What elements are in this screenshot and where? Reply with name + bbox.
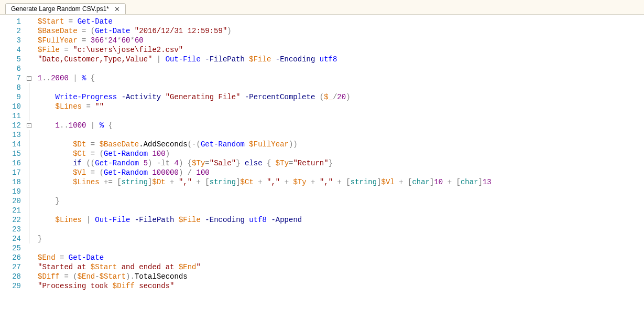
variable: $File	[38, 46, 60, 54]
fold-cell	[25, 177, 32, 187]
fold-cell	[25, 140, 32, 149]
code-line: 1..2000 | % {	[38, 73, 644, 83]
token: =	[86, 140, 99, 149]
cmdlet: Write-Progress	[56, 93, 117, 101]
parameter: -FilePath	[205, 55, 245, 64]
code-line: "Date,Customer,Type,Value" | Out-File -F…	[38, 55, 644, 64]
fold-line	[29, 149, 29, 158]
variable: $Dt	[152, 178, 165, 186]
fold-cell	[25, 253, 32, 262]
token: = (	[86, 168, 104, 177]
fold-cell	[25, 102, 32, 111]
token: *	[117, 36, 121, 45]
fold-toggle-icon[interactable]: -	[27, 123, 31, 128]
fold-line	[29, 215, 29, 225]
token: }	[56, 197, 60, 205]
cmdlet: Get-Date	[78, 17, 113, 26]
code-line	[38, 111, 644, 121]
token: -	[95, 272, 99, 281]
type: string	[122, 178, 148, 186]
fold-column: --	[25, 15, 32, 328]
token	[315, 55, 319, 64]
number: 2000	[51, 74, 69, 82]
fold-cell	[25, 206, 32, 215]
variable: $_	[324, 93, 333, 101]
number: 10	[434, 178, 443, 186]
token: {	[104, 121, 113, 130]
number: 20	[337, 93, 346, 101]
number: 100000	[152, 168, 178, 177]
token: )	[148, 159, 157, 167]
token: = (	[78, 27, 95, 35]
fold-cell	[25, 83, 32, 92]
variable: $BaseDate	[38, 27, 78, 35]
code-line: 1..1000 | % {	[38, 121, 644, 130]
line-number: 24	[0, 234, 21, 244]
number: 100	[197, 168, 210, 177]
token: |	[152, 55, 165, 64]
variable: $Ct	[241, 178, 254, 186]
code-area[interactable]: $Start = Get-Date$BaseDate = (Get-Date "…	[32, 15, 644, 328]
token: }	[236, 159, 245, 167]
line-number: 19	[0, 187, 21, 196]
code-line: $File = "c:\users\jose\file2.csv"	[38, 45, 644, 55]
code-line: $Vl = (Get-Random 100000) / 100	[38, 168, 644, 177]
parameter: -Append	[271, 216, 302, 224]
code-editor[interactable]: 1234567891011121314151617181920212223242…	[0, 15, 644, 328]
token: ).	[126, 272, 135, 281]
token: +=	[100, 178, 117, 186]
fold-toggle-icon[interactable]: -	[27, 76, 31, 81]
number: 24	[108, 36, 117, 45]
fold-line	[29, 234, 29, 244]
variable: $Diff	[113, 282, 135, 290]
code-line: $Start = Get-Date	[38, 17, 644, 26]
token: [	[456, 178, 460, 186]
cmdlet: Get-Date	[69, 253, 104, 262]
string: seconds"	[135, 282, 174, 290]
string: ""	[95, 102, 104, 111]
fold-line	[29, 225, 29, 234]
fold-line	[29, 92, 29, 102]
token: ) {	[179, 159, 192, 167]
string: "Generating File"	[166, 93, 241, 101]
token	[174, 216, 179, 224]
token	[130, 27, 134, 35]
tab-file[interactable]: Generate Large Random CSV.ps1* ✕	[5, 3, 126, 14]
fold-cell	[25, 272, 32, 281]
line-number: 6	[0, 64, 21, 73]
variable: $Ty	[293, 178, 306, 186]
line-number: 13	[0, 130, 21, 140]
close-icon[interactable]: ✕	[113, 6, 121, 13]
fold-line	[29, 140, 29, 149]
token: .	[139, 140, 143, 149]
cmdlet: Get-Random	[104, 168, 148, 177]
token: ))	[289, 140, 298, 149]
variable: $Lines	[56, 102, 82, 111]
tab-title: Generate Large Random CSV.ps1*	[11, 5, 109, 13]
token: ..	[42, 74, 51, 82]
cmdlet: Get-Random	[201, 140, 245, 149]
line-number: 22	[0, 215, 21, 225]
token: )	[166, 150, 170, 158]
token: ]	[478, 178, 482, 186]
fold-cell	[25, 17, 32, 26]
fold-cell	[25, 281, 32, 291]
type: char	[461, 178, 478, 186]
token: =	[82, 102, 95, 111]
code-line: "Processing took $Diff seconds"	[38, 281, 644, 291]
token: ]	[377, 178, 381, 186]
number: 13	[483, 178, 492, 186]
code-line	[38, 83, 644, 92]
fold-line	[29, 187, 29, 196]
fold-line	[29, 158, 29, 168]
code-line	[38, 225, 644, 234]
string: ","	[179, 178, 192, 186]
token: [	[205, 178, 209, 186]
variable: $FullYear	[249, 140, 289, 149]
variable: $Diff	[38, 272, 60, 281]
string: "Sale"	[210, 159, 236, 167]
keyword: else	[245, 159, 263, 167]
variable: $End	[78, 272, 95, 281]
parameter: -Encoding	[205, 216, 245, 224]
token: )	[346, 93, 350, 101]
